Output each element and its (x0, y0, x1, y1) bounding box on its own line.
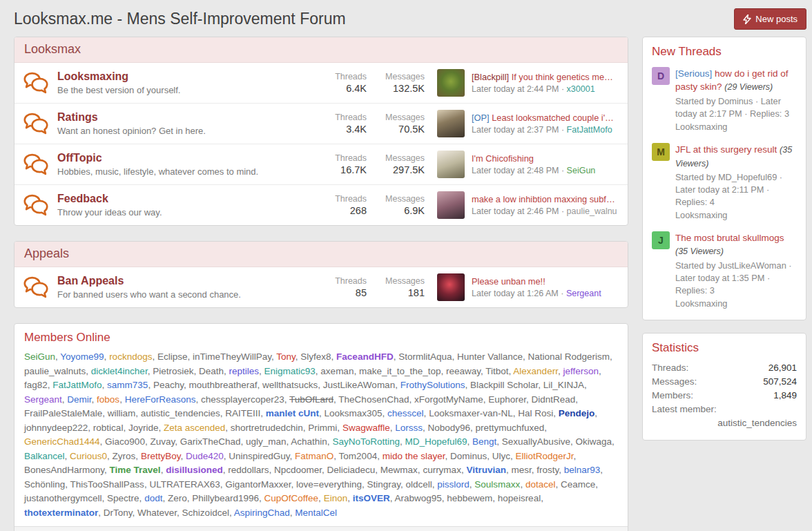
member-link[interactable]: UninspiredGuy (229, 451, 289, 461)
member-link[interactable]: chesscel (387, 408, 424, 418)
member-link[interactable]: ugly_man (246, 436, 287, 447)
member-link[interactable]: GigantorMaxxer (225, 479, 291, 490)
member-link[interactable]: Titbot (485, 366, 508, 376)
latest-post-title[interactable]: Least looksmatched couple i'… (492, 113, 614, 123)
member-link[interactable]: belnar93 (564, 465, 601, 475)
member-link[interactable]: GenericChad1444 (24, 436, 100, 447)
member-link[interactable]: GarixTheChad (180, 436, 241, 447)
member-link[interactable]: johnnydeep222 (24, 423, 88, 433)
member-link[interactable]: wellthatsucks (262, 380, 318, 390)
member-link[interactable]: dodt (144, 493, 162, 503)
member-link[interactable]: jefferson (563, 366, 599, 376)
member-link[interactable]: FrothySolutions (400, 380, 465, 390)
category-header[interactable]: Appeals (14, 242, 628, 267)
thread-title-link[interactable]: JFL at this surgery result (675, 144, 777, 155)
member-link[interactable]: Eclipse (157, 351, 188, 362)
member-link[interactable]: SayNoToRotting (332, 436, 400, 447)
member-link[interactable]: Primmi (308, 423, 337, 433)
member-link[interactable]: make_it_to_the_top (359, 366, 441, 376)
latest-post-link[interactable]: I'm Chicofishing (472, 153, 619, 164)
username-link[interactable]: SeiGun (567, 166, 596, 175)
member-link[interactable]: frosty (536, 465, 559, 475)
member-link[interactable]: National Rodgerism (528, 351, 610, 362)
member-link[interactable]: thotexterminator (24, 508, 98, 518)
member-link[interactable]: autistic_tendencies (141, 408, 220, 418)
member-link[interactable]: Schönling (24, 479, 65, 490)
category-header[interactable]: Looksmax (14, 37, 628, 63)
member-link[interactable]: Sergeant (24, 394, 62, 405)
member-link[interactable]: mouthbreatheraf (188, 380, 257, 390)
member-link[interactable]: Looksmax305 (325, 408, 383, 418)
member-link[interactable]: Zuvay (150, 436, 175, 447)
username-link[interactable]: paulie_walnu (567, 206, 617, 216)
member-link[interactable]: Ulyc (492, 451, 510, 461)
member-link[interactable]: Hunter Vallance (457, 351, 523, 362)
forum-node-link[interactable]: Looksmaxing (57, 70, 318, 83)
member-link[interactable]: Death (199, 366, 224, 376)
member-link[interactable]: Mewmax (380, 465, 418, 475)
member-link[interactable]: SexuallyAbusive (502, 436, 570, 447)
member-link[interactable]: TubOfLard (289, 394, 334, 405)
member-link[interactable]: BrettyBoy (141, 451, 181, 461)
member-link[interactable]: Demir (67, 394, 91, 405)
member-link[interactable]: Blackpill Scholar (470, 380, 538, 390)
member-link[interactable]: FatmanO (295, 451, 334, 461)
member-link[interactable]: Lil_KINJA (543, 380, 584, 390)
latest-post-link[interactable]: [Blackpill] If you think genetics me… (472, 72, 619, 82)
member-link[interactable]: Swagwaffle (342, 423, 390, 433)
thread-forum-link[interactable]: Looksmaxing (675, 121, 797, 133)
member-link[interactable]: fobos (97, 394, 119, 405)
member-link[interactable]: paulie_walnuts (24, 366, 86, 376)
member-link[interactable]: Okiwaga (575, 436, 612, 447)
member-link[interactable]: MD_Hopeful69 (405, 436, 467, 447)
member-link[interactable]: dicklet4incher (91, 366, 148, 376)
member-link[interactable]: Npcdoomer (274, 465, 322, 475)
member-link[interactable]: BonesAndHarmony (24, 465, 104, 475)
member-link[interactable]: chessplayercoper23 (201, 394, 284, 405)
member-link[interactable]: dotacel (525, 479, 556, 490)
username-link[interactable]: Sergeant (566, 289, 601, 298)
member-link[interactable]: disillusioned (166, 465, 223, 475)
member-link[interactable]: pisslord (437, 479, 470, 490)
member-link[interactable]: Slyfex8 (300, 351, 331, 362)
member-link[interactable]: rockndogs (109, 351, 152, 362)
thread-title-link[interactable]: The most brutal skullmogs (675, 233, 784, 243)
member-link[interactable]: Tom2004 (339, 451, 378, 461)
member-link[interactable]: Lorsss (395, 423, 423, 433)
latest-post-title[interactable]: Please unban me!! (472, 276, 545, 287)
latest-post-time[interactable]: Later today at 1:26 AM · (472, 289, 563, 298)
member-link[interactable]: CupOfCoffee (264, 493, 319, 503)
member-link[interactable]: currymax (423, 465, 461, 475)
member-link[interactable]: Achathin (291, 436, 327, 447)
member-link[interactable]: Einon (324, 493, 348, 503)
member-link[interactable]: JustLikeAWoman (323, 380, 395, 390)
scene-avatar[interactable] (437, 191, 465, 219)
latest-post-time[interactable]: Later today at 2:46 PM · (472, 206, 564, 216)
member-link[interactable]: TheChosenChad (338, 394, 409, 405)
member-link[interactable]: FrailPaleStaleMale (24, 408, 102, 418)
member-link[interactable]: AspiringChad (234, 508, 290, 518)
member-link[interactable]: Deliciadecu (327, 465, 376, 475)
member-link[interactable]: love=everything (296, 479, 362, 490)
member-link[interactable]: Pendejo (559, 408, 595, 418)
username-link[interactable]: FatJattMofo (567, 125, 612, 135)
member-link[interactable]: axeman (320, 366, 354, 376)
member-link[interactable]: Zyros (113, 451, 136, 461)
member-link[interactable]: FaceandHFD (336, 351, 394, 362)
member-link[interactable]: Looksmaxer-van-NL (429, 408, 513, 418)
latest-member-value[interactable]: autistic_tendencies (652, 416, 797, 430)
latest-post-time[interactable]: Later today at 2:44 PM · (472, 84, 564, 94)
member-link[interactable]: HereForReasons (125, 394, 196, 405)
member-link[interactable]: Soulsmaxx (474, 479, 520, 490)
member-link[interactable]: Alexanderr (513, 366, 558, 376)
member-link[interactable]: itsOVER (353, 493, 390, 503)
member-link[interactable]: StormlitAqua (398, 351, 452, 362)
member-link[interactable]: SeiGun (24, 351, 55, 362)
member-link[interactable]: reddollars (228, 465, 269, 475)
member-link[interactable]: Spectre (107, 493, 139, 503)
username-link[interactable]: x30001 (567, 84, 595, 94)
member-link[interactable]: MentalCel (295, 508, 337, 518)
member-link[interactable]: mesr (511, 465, 531, 475)
forum-node-link[interactable]: Feedback (57, 193, 318, 205)
user-letter-avatar[interactable]: J (652, 231, 670, 249)
